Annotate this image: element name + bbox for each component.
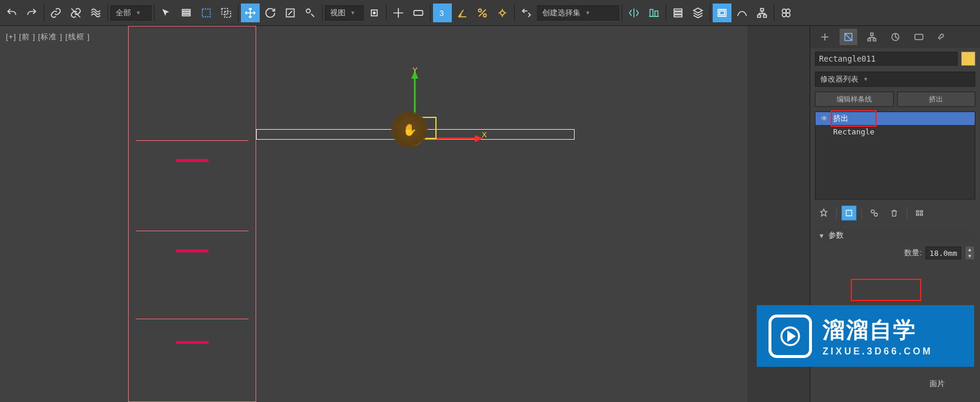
svg-point-14	[501, 11, 505, 15]
rollout-parameters[interactable]: 参数	[815, 228, 975, 243]
cabinet-outline	[128, 26, 256, 402]
svg-rect-2	[182, 14, 190, 16]
chevron-down-icon: ▼	[863, 76, 868, 82]
axis-y-label: Y	[412, 66, 418, 75]
link-button[interactable]	[46, 4, 65, 22]
svg-text:3: 3	[439, 9, 444, 18]
select-manipulate-button[interactable]	[389, 4, 408, 22]
pin-stack-button[interactable]	[816, 205, 831, 221]
object-name-input[interactable]	[815, 52, 958, 66]
eye-icon: 👁	[820, 114, 828, 123]
face-label: 面片	[929, 379, 945, 389]
scale-button[interactable]	[281, 4, 300, 22]
red-highlight-amount	[851, 279, 921, 301]
svg-point-7	[306, 9, 310, 13]
schematic-view-button[interactable]	[753, 4, 771, 22]
redo-button[interactable]	[22, 4, 41, 22]
svg-rect-17	[674, 9, 682, 11]
svg-marker-49	[788, 332, 794, 340]
rotate-button[interactable]	[261, 4, 280, 22]
svg-rect-40	[915, 35, 923, 40]
chevron-down-icon: ▼	[585, 10, 590, 16]
window-crossing-button[interactable]	[217, 4, 236, 22]
angle-snap-button[interactable]	[453, 4, 472, 22]
bind-space-warp-button[interactable]	[86, 4, 105, 22]
svg-rect-41	[846, 210, 851, 215]
extrude-button[interactable]: 挤出	[897, 92, 976, 107]
modifier-list-select[interactable]: 修改器列表 ▼	[815, 72, 975, 87]
mirror-button[interactable]	[625, 4, 643, 22]
placement-button[interactable]	[301, 4, 320, 22]
keyboard-shortcut-button[interactable]	[409, 4, 428, 22]
watermark-logo	[768, 315, 812, 358]
percent-snap-button[interactable]	[473, 4, 492, 22]
edit-spline-button[interactable]: 编辑样条线	[815, 92, 894, 107]
modifier-stack[interactable]: 👁 挤出 · Rectangle	[815, 112, 975, 200]
modifier-list-label: 修改器列表	[820, 74, 858, 85]
named-selection-select[interactable]: 创建选择集 ▼	[537, 5, 619, 21]
amount-label: 数量:	[904, 248, 922, 258]
viewport-label: [+] [前 ] [标准 ] [线框 ]	[6, 32, 90, 42]
use-pivot-center-button[interactable]	[365, 4, 384, 22]
modify-tab[interactable]	[840, 29, 857, 45]
material-editor-button[interactable]	[777, 4, 796, 22]
move-button[interactable]	[241, 4, 260, 22]
unlink-button[interactable]	[66, 4, 85, 22]
svg-rect-16	[655, 11, 658, 16]
amount-spinner-arrows[interactable]: ▲▼	[965, 246, 974, 259]
spinner-snap-button[interactable]	[493, 4, 512, 22]
selection-filter-select[interactable]: 全部 ▼	[110, 5, 152, 21]
object-color-swatch[interactable]	[961, 52, 975, 66]
utilities-tab[interactable]	[934, 29, 951, 45]
layer-explorer-button[interactable]	[669, 4, 687, 22]
svg-rect-24	[764, 15, 767, 17]
chevron-down-icon: ▼	[350, 10, 355, 16]
hierarchy-tab[interactable]	[863, 29, 881, 45]
amount-value: 18.0mm	[926, 249, 961, 258]
svg-point-28	[786, 13, 790, 17]
align-button[interactable]	[645, 4, 663, 22]
svg-point-13	[484, 13, 486, 16]
svg-point-25	[782, 9, 786, 13]
svg-rect-23	[758, 15, 761, 17]
watermark-banner: 溜溜自学 ZIXUE.3D66.COM	[757, 305, 974, 367]
command-panel-tabs	[810, 26, 980, 48]
hand-cursor-icon: ✋	[402, 123, 417, 137]
toggle-scene-explorer-button[interactable]	[689, 4, 707, 22]
svg-rect-5	[225, 11, 231, 17]
motion-tab[interactable]	[887, 29, 904, 45]
selection-filter-label: 全部	[116, 8, 131, 18]
configure-sets-button[interactable]	[912, 205, 927, 221]
watermark-url: ZIXUE.3D66.COM	[823, 346, 933, 357]
snap-toggle-button[interactable]: 3	[433, 4, 452, 22]
ref-coord-select[interactable]: 视图 ▼	[325, 5, 364, 21]
toggle-ribbon-button[interactable]	[713, 4, 731, 22]
curve-editor-button[interactable]	[733, 4, 751, 22]
show-end-result-button[interactable]	[841, 205, 857, 221]
red-highlight-extrude	[831, 110, 877, 127]
modifier-stack-tools	[810, 202, 980, 224]
edit-named-selection-button[interactable]	[517, 4, 536, 22]
svg-rect-15	[650, 9, 653, 16]
amount-spinner[interactable]: 18.0mm	[925, 246, 961, 259]
undo-button[interactable]	[2, 4, 21, 22]
create-tab[interactable]	[816, 29, 834, 45]
svg-rect-44	[917, 211, 919, 212]
svg-rect-3	[202, 9, 210, 16]
remove-modifier-button[interactable]	[887, 205, 902, 221]
chevron-down-icon: ▼	[136, 10, 141, 16]
svg-point-12	[478, 9, 481, 12]
viewport-front[interactable]: [+] [前 ] [标准 ] [线框 ] Y X ✋	[0, 26, 747, 402]
watermark-title: 溜溜自学	[823, 315, 933, 345]
display-tab[interactable]	[910, 29, 928, 45]
make-unique-button[interactable]	[867, 205, 882, 221]
rectangle-selection-button[interactable]	[197, 4, 216, 22]
select-object-button[interactable]	[157, 4, 176, 22]
svg-point-27	[782, 13, 786, 17]
svg-rect-38	[873, 39, 876, 41]
select-by-name-button[interactable]	[177, 4, 196, 22]
svg-rect-1	[182, 12, 190, 13]
svg-rect-37	[868, 39, 871, 41]
svg-rect-19	[674, 15, 682, 16]
modifier-row-rectangle[interactable]: · Rectangle	[815, 125, 975, 138]
